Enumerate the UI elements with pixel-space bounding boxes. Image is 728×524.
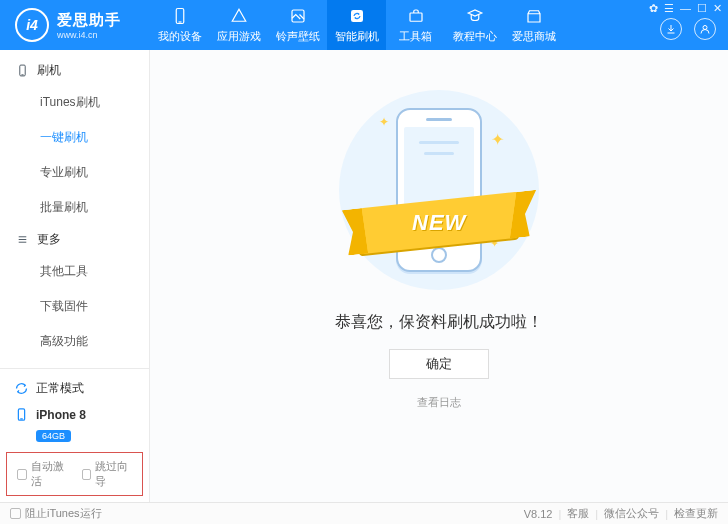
brand-url: www.i4.cn (57, 30, 121, 40)
device-icon (16, 64, 29, 77)
device-name: iPhone 8 (36, 408, 86, 422)
sidebar-item-other-tools[interactable]: 其他工具 (0, 254, 149, 289)
svg-rect-3 (351, 10, 363, 22)
sidebar-item-download-firmware[interactable]: 下载固件 (0, 289, 149, 324)
wallpaper-icon (287, 6, 309, 26)
refresh-icon (346, 6, 368, 26)
tab-apps[interactable]: 应用游戏 (209, 0, 268, 50)
ok-button[interactable]: 确定 (389, 349, 489, 379)
tab-label: 铃声壁纸 (276, 29, 320, 44)
loop-icon (14, 381, 29, 396)
ribbon-text: NEW (412, 210, 466, 236)
close-icon[interactable]: ✕ (713, 2, 722, 15)
user-icon[interactable] (694, 18, 716, 40)
download-icon[interactable] (660, 18, 682, 40)
options-box: 自动激活 跳过向导 (6, 452, 143, 496)
sidebar-item-itunes-flash[interactable]: iTunes刷机 (0, 85, 149, 120)
minimize-icon[interactable]: — (680, 2, 691, 15)
checkbox-skip-guide[interactable]: 跳过向导 (82, 459, 133, 489)
support-link[interactable]: 客服 (567, 506, 589, 521)
sidebar: 刷机 iTunes刷机 一键刷机 专业刷机 批量刷机 更多 其他工具 下载固件 … (0, 50, 150, 502)
tab-ringtones[interactable]: 铃声壁纸 (268, 0, 327, 50)
tab-label: 我的设备 (158, 29, 202, 44)
apps-icon (228, 6, 250, 26)
mode-label: 正常模式 (36, 380, 84, 397)
checkbox-label: 跳过向导 (95, 459, 132, 489)
svg-point-5 (703, 26, 707, 30)
view-log-link[interactable]: 查看日志 (417, 395, 461, 410)
sidebar-group-label: 更多 (37, 231, 61, 248)
footer: 阻止iTunes运行 V8.12 | 客服 | 微信公众号 | 检查更新 (0, 502, 728, 524)
wechat-link[interactable]: 微信公众号 (604, 506, 659, 521)
tab-store[interactable]: 爱思商城 (504, 0, 563, 50)
success-illustration: ✦ ✦ ✦ ✦ NEW (339, 90, 539, 290)
tab-label: 教程中心 (453, 29, 497, 44)
capacity-badge: 64GB (36, 430, 71, 442)
sidebar-item-advanced[interactable]: 高级功能 (0, 324, 149, 359)
tab-toolbox[interactable]: 工具箱 (386, 0, 445, 50)
sidebar-group-more[interactable]: 更多 (0, 225, 149, 254)
tab-tutorial[interactable]: 教程中心 (445, 0, 504, 50)
tab-label: 工具箱 (399, 29, 432, 44)
sidebar-group-flash[interactable]: 刷机 (0, 56, 149, 85)
toolbox-icon (405, 6, 427, 26)
device-row[interactable]: iPhone 8 (14, 402, 139, 427)
tutorial-icon (464, 6, 486, 26)
brand-title: 爱思助手 (57, 11, 121, 30)
sidebar-group-label: 刷机 (37, 62, 61, 79)
sidebar-item-pro-flash[interactable]: 专业刷机 (0, 155, 149, 190)
svg-rect-6 (20, 65, 25, 76)
checkbox-prevent-itunes[interactable]: 阻止iTunes运行 (10, 506, 102, 521)
checkbox-label: 阻止iTunes运行 (25, 506, 102, 521)
logo-icon: i4 (15, 8, 49, 42)
logo-block: i4 爱思助手 www.i4.cn (0, 8, 150, 42)
tab-my-device[interactable]: 我的设备 (150, 0, 209, 50)
tab-label: 应用游戏 (217, 29, 261, 44)
menu-icon[interactable]: ☰ (664, 2, 674, 15)
svg-rect-0 (176, 9, 184, 24)
checkbox-label: 自动激活 (31, 459, 68, 489)
sidebar-item-batch-flash[interactable]: 批量刷机 (0, 190, 149, 225)
maximize-icon[interactable]: ☐ (697, 2, 707, 15)
settings-icon[interactable]: ✿ (649, 2, 658, 15)
list-icon (16, 233, 29, 246)
tab-label: 智能刷机 (335, 29, 379, 44)
mode-row[interactable]: 正常模式 (14, 375, 139, 402)
update-link[interactable]: 检查更新 (674, 506, 718, 521)
phone-icon (169, 6, 191, 26)
checkbox-auto-activate[interactable]: 自动激活 (17, 459, 68, 489)
store-icon (523, 6, 545, 26)
main-content: ✦ ✦ ✦ ✦ NEW 恭喜您，保资料刷机成功啦！ 确定 查看日志 (150, 50, 728, 502)
svg-rect-4 (410, 13, 422, 21)
sidebar-item-oneclick-flash[interactable]: 一键刷机 (0, 120, 149, 155)
tab-label: 爱思商城 (512, 29, 556, 44)
version-label: V8.12 (524, 508, 553, 520)
window-controls: ✿ ☰ — ☐ ✕ (649, 2, 722, 15)
nav-tabs: 我的设备 应用游戏 铃声壁纸 智能刷机 工具箱 教程中心 爱思商城 (150, 0, 563, 50)
success-message: 恭喜您，保资料刷机成功啦！ (335, 312, 543, 333)
phone-small-icon (14, 407, 29, 422)
tab-flash[interactable]: 智能刷机 (327, 0, 386, 50)
header: i4 爱思助手 www.i4.cn 我的设备 应用游戏 铃声壁纸 智能刷机 工具… (0, 0, 728, 50)
